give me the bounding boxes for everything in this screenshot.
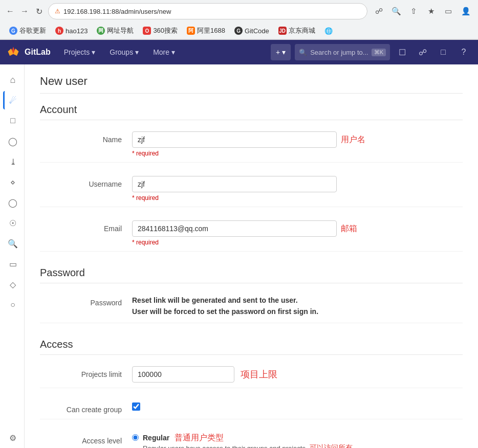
name-input[interactable] [132,131,337,148]
global-search[interactable]: 🔍 Search or jump to... ⌘K [295,44,390,60]
bookmark-hao123-label: hao123 [66,27,88,35]
bookmark-world[interactable]: 🌐 [320,26,337,36]
username-field-group: Username * required [40,171,463,207]
search-shortcut-badge: ⌘K [372,49,386,56]
password-info: Reset link will be generated and sent to… [132,295,463,318]
bookmark-nav[interactable]: 网 网址导航 [93,25,138,37]
translate-btn[interactable]: ☍ [372,4,386,18]
sidebar-item-todos[interactable]: ⋄ [3,173,21,191]
access-level-group: Access level Regular 普通用户类型 Regu [40,428,463,448]
bookmark-360-icon: O [143,27,151,35]
sidebar-item-home[interactable]: ⌂ [3,71,21,89]
account-section: Account Name 用户名 * required Username * r… [40,104,463,252]
refresh-button[interactable]: ↻ [34,6,44,16]
email-field-group: Email 邮箱 * required [40,215,463,252]
sidebar-item-explore[interactable]: ◯ [3,193,21,212]
radio-regular-input[interactable] [132,434,139,441]
gitlab-navbar: GitLab Projects ▾ Groups ▾ More ▾ + ▾ 🔍 … [0,40,478,64]
bookmark-google-label: 谷歌更新 [19,26,46,35]
access-level-label: Access level [40,433,132,445]
search-placeholder-text: Search or jump to... [310,49,368,56]
nav-groups[interactable]: Groups ▾ [104,40,144,64]
can-create-group-checkbox[interactable] [132,402,140,411]
share-btn[interactable]: ⇧ [406,4,421,18]
name-required: * required [132,150,463,157]
regular-desc-annotation: 可以访问所有 [310,443,353,448]
bookmark-hao123-icon: h [55,27,63,35]
bookmark-jd[interactable]: JD 京东商城 [274,25,319,37]
browser-chrome: ← → ↻ ⚠ 192.168.198.11:88/admin/users/ne… [0,0,478,40]
email-field-wrapper: 邮箱 * required [132,220,463,246]
bookmark-nav-label: 网址导航 [107,26,134,35]
nav-todo-button[interactable]: ☐ [394,44,410,60]
bookmark-gitcode[interactable]: G GitCode [230,25,273,36]
password-info-wrapper: Reset link will be generated and sent to… [132,295,463,318]
projects-limit-annotation: 项目上限 [241,368,277,380]
can-create-group-label: Can create group [40,401,132,414]
radio-regular: Regular 普通用户类型 Regular users have access… [132,433,463,448]
password-label: Password [40,295,132,307]
account-section-title: Account [40,104,463,120]
forward-button[interactable]: → [19,6,30,16]
bookmark-360-label: 360搜索 [153,26,178,35]
bookmark-gitcode-label: GitCode [245,27,269,35]
bookmark-ali-icon: 阿 [187,27,195,35]
nav-merge-request-button[interactable]: ☍ [415,44,431,60]
projects-limit-wrapper: 项目上限 [132,366,463,383]
radio-regular-content: Regular 普通用户类型 Regular users have access… [143,433,353,448]
name-field-wrapper: 用户名 * required [132,131,463,157]
sidebar-item-settings[interactable]: ⚙ [3,429,21,447]
regular-annotation: 普通用户类型 [175,433,224,443]
sidebar-item-search[interactable]: 🔍 [3,234,21,253]
nav-more[interactable]: More ▾ [148,40,180,64]
back-button[interactable]: ← [5,6,15,16]
access-section-title: Access [40,339,463,355]
gitlab-logo-text: GitLab [25,48,51,57]
password-field-group: Password Reset link will be generated an… [40,289,463,323]
more-chevron-icon: ▾ [171,48,175,56]
bookmark-google[interactable]: G 谷歌更新 [5,25,50,37]
gitlab-logo[interactable]: GitLab [6,45,51,59]
sidebar-item-projects[interactable]: ○ [3,296,21,314]
nav-projects[interactable]: Projects ▾ [59,40,101,64]
name-field-group: Name 用户名 * required [40,126,463,163]
access-section: Access Projects limit 项目上限 Can create gr… [40,339,463,448]
sidebar-item-dashboard[interactable]: ☄ [3,91,21,109]
email-input[interactable] [132,220,337,237]
bookmark-hao123[interactable]: h hao123 [51,25,92,36]
bookmarks-bar: G 谷歌更新 h hao123 网 网址导航 O 360搜索 阿 阿里1688 … [0,23,478,39]
sidebar-item-issues[interactable]: □ [3,111,21,130]
bookmark-360[interactable]: O 360搜索 [139,25,182,37]
sidebar-item-merge-requests[interactable]: ⤓ [3,152,21,171]
projects-limit-input[interactable] [132,366,234,383]
can-create-group-group: Can create group [40,396,463,419]
search-btn[interactable]: 🔍 [389,4,403,18]
nav-issues-button[interactable]: □ [435,44,451,60]
bookmark-ali[interactable]: 阿 阿里1688 [183,25,229,37]
plus-icon: + [276,48,280,56]
sidebar-item-environments[interactable]: ▭ [3,255,21,273]
plus-chevron-icon: ▾ [282,48,286,56]
projects-chevron-icon: ▾ [92,48,95,56]
bookmark-jd-label: 京东商城 [289,26,315,35]
bookmark-world-icon: 🌐 [324,27,333,35]
sidebar-item-labels[interactable]: ◇ [3,275,21,294]
regular-desc: Regular users have access to their group… [143,444,306,448]
username-input[interactable] [132,176,337,192]
bookmark-jd-icon: JD [278,27,287,35]
bookmark-nav-icon: 网 [97,27,105,35]
username-required: * required [132,194,463,201]
gitlab-logo-svg [6,45,20,59]
profile-btn[interactable]: 👤 [459,4,473,18]
new-item-button[interactable]: + ▾ [271,44,291,60]
window-btn[interactable]: ▭ [441,4,455,18]
bookmark-btn[interactable]: ★ [424,4,438,18]
address-bar[interactable]: ⚠ 192.168.198.11:88/admin/users/new [48,3,367,19]
sidebar-item-groups[interactable]: ☉ [3,214,21,232]
access-level-wrapper: Regular 普通用户类型 Regular users have access… [132,433,463,448]
page-title: New user [40,75,463,94]
username-field-wrapper: * required [132,176,463,201]
nav-help-button[interactable]: ? [455,44,472,60]
sidebar-item-notifications[interactable]: ◯ [3,132,21,150]
bookmark-ali-label: 阿里1688 [197,26,225,35]
